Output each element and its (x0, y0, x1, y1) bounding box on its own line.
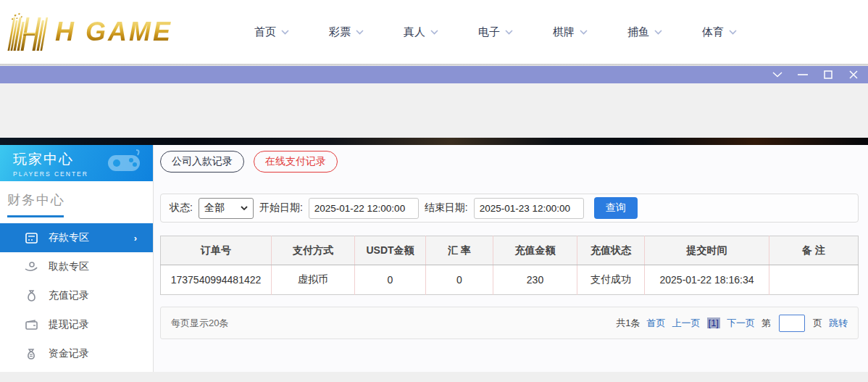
deposit-icon (25, 231, 38, 244)
col-submit-time: 提交时间 (645, 236, 769, 265)
chevron-down-icon (505, 30, 513, 35)
jump-label-post: 页 (813, 317, 822, 330)
site-header: H GAME 首页 彩票 真人 电子 棋牌 (0, 0, 868, 64)
current-page-indicator[interactable]: [1] (707, 317, 720, 328)
page-jump-input[interactable] (779, 315, 805, 332)
cell-exchange-rate: 0 (426, 265, 493, 295)
withdraw-icon (25, 260, 38, 273)
page-size-text: 每页显示20条 (171, 317, 228, 330)
filter-bar: 状态: 全部 开始日期: 结束日期: 查询 (160, 194, 859, 223)
nav-label: 棋牌 (553, 25, 575, 39)
nav-item-slots[interactable]: 电子 (470, 25, 521, 39)
tab-online-payment-records[interactable]: 在线支付记录 (254, 151, 338, 173)
col-payment-method: 支付方式 (272, 236, 355, 265)
cell-usdt-amount: 0 (355, 265, 426, 295)
sidebar-item-label: 存款专区 (49, 231, 89, 244)
sidebar-item-label: 资金记录 (49, 347, 89, 360)
nav-label: 电子 (478, 25, 500, 39)
start-date-label: 开始日期: (259, 202, 303, 215)
logo-stripes-icon (6, 12, 52, 52)
status-select[interactable]: 全部 (199, 198, 254, 219)
chevron-down-icon (356, 30, 364, 35)
sidebar-item-label: 充值记录 (49, 289, 89, 302)
chevron-down-icon (580, 30, 588, 35)
nav-label: 捕鱼 (627, 25, 649, 39)
main-nav: 首页 彩票 真人 电子 棋牌 捕鱼 (246, 25, 745, 39)
chevron-down-icon (430, 30, 438, 35)
nav-item-lottery[interactable]: 彩票 (321, 25, 372, 39)
nav-label: 体育 (702, 25, 724, 39)
search-button[interactable]: 查询 (594, 197, 638, 219)
cell-submit-time: 2025-01-22 18:16:34 (645, 265, 769, 295)
col-remark: 备 注 (769, 236, 859, 265)
sidebar-menu: 存款专区 › 取款专区 充值记录 (0, 223, 153, 368)
end-date-label: 结束日期: (425, 202, 468, 215)
cell-payment-method: 虚拟币 (272, 265, 355, 295)
nav-item-cards[interactable]: 棋牌 (545, 25, 596, 39)
logo[interactable]: H GAME (6, 12, 209, 52)
tab-company-deposit-records[interactable]: 公司入款记录 (160, 151, 244, 173)
prev-page-link[interactable]: 上一页 (672, 317, 701, 330)
pagination-bar: 每页显示20条 共1条 首页 上一页 [1] 下一页 第 页 跳转 (160, 307, 859, 339)
minimize-icon[interactable] (797, 69, 809, 80)
sidebar-item-label: 提现记录 (49, 318, 89, 331)
col-usdt-amount: USDT金额 (355, 236, 426, 265)
sidebar-item-label: 取款专区 (49, 260, 89, 273)
sidebar-item-recharge-records[interactable]: 充值记录 (0, 281, 153, 310)
start-date-input[interactable] (309, 198, 419, 219)
banner-strip (0, 138, 868, 145)
logo-text: H GAME (55, 17, 172, 47)
chevron-down-icon (654, 30, 662, 35)
end-date-input[interactable] (474, 198, 584, 219)
sidebar-item-withdraw[interactable]: 取款专区 (0, 252, 153, 281)
sidebar-item-deposit[interactable]: 存款专区 › (0, 223, 153, 252)
nav-label: 真人 (404, 25, 425, 39)
next-page-link[interactable]: 下一页 (727, 317, 755, 330)
nav-label: 彩票 (329, 25, 351, 39)
cell-order-id: 1737540994481422 (161, 265, 272, 295)
cell-recharge-amount: 230 (493, 265, 577, 295)
col-recharge-status: 充值状态 (577, 236, 645, 265)
close-icon[interactable] (848, 69, 859, 80)
sidebar-item-funds-records[interactable]: 资金记录 (0, 339, 153, 368)
records-table: 订单号 支付方式 USDT金额 汇 率 充值金额 充值状态 提交时间 备 注 1… (160, 236, 859, 295)
spacer-band (0, 83, 868, 138)
col-exchange-rate: 汇 率 (426, 236, 493, 265)
app-window: H GAME 首页 彩票 真人 电子 棋牌 (0, 0, 868, 382)
nav-item-fishing[interactable]: 捕鱼 (619, 25, 670, 39)
finance-section: 财务中心 (0, 181, 153, 217)
sidebar-header: 玩家中心 PLAYERS CENTER (0, 145, 153, 181)
withdrawal-records-icon (25, 318, 38, 331)
status-label: 状态: (170, 202, 193, 215)
chevron-right-icon: › (134, 233, 137, 244)
col-recharge-amount: 充值金额 (493, 236, 577, 265)
maximize-icon[interactable] (822, 69, 834, 80)
funds-records-icon (25, 347, 38, 360)
cell-remark (769, 265, 859, 295)
main-panel: 公司入款记录 在线支付记录 状态: 全部 开始日期: 结束日期: 查询 (154, 145, 868, 372)
collapse-icon[interactable] (772, 69, 783, 80)
pagination-controls: 共1条 首页 上一页 [1] 下一页 第 页 跳转 (616, 315, 848, 332)
gamepad-icon (105, 149, 143, 175)
select-arrow-icon (241, 206, 248, 210)
finance-section-title: 财务中心 (7, 191, 153, 209)
cell-recharge-status: 支付成功 (577, 265, 645, 295)
record-tabs: 公司入款记录 在线支付记录 (160, 151, 859, 173)
nav-label: 首页 (254, 25, 276, 39)
col-order-id: 订单号 (161, 236, 272, 265)
finance-underline (7, 215, 64, 217)
first-page-link[interactable]: 首页 (647, 317, 666, 330)
status-select-value: 全部 (204, 202, 225, 215)
table-header-row: 订单号 支付方式 USDT金额 汇 率 充值金额 充值状态 提交时间 备 注 (161, 236, 859, 265)
chevron-down-icon (281, 30, 289, 35)
chevron-down-icon (729, 30, 737, 35)
table-row: 1737540994481422 虚拟币 0 0 230 支付成功 2025-0… (161, 265, 859, 295)
footer-strip (0, 372, 868, 382)
nav-item-live[interactable]: 真人 (396, 25, 446, 39)
sidebar: 玩家中心 PLAYERS CENTER 财务中心 存款专区 (0, 145, 154, 372)
nav-item-home[interactable]: 首页 (246, 25, 297, 39)
jump-label-pre: 第 (761, 317, 771, 330)
jump-button[interactable]: 跳转 (829, 317, 848, 330)
nav-item-sports[interactable]: 体育 (694, 25, 745, 39)
sidebar-item-withdrawal-records[interactable]: 提现记录 (0, 310, 153, 339)
